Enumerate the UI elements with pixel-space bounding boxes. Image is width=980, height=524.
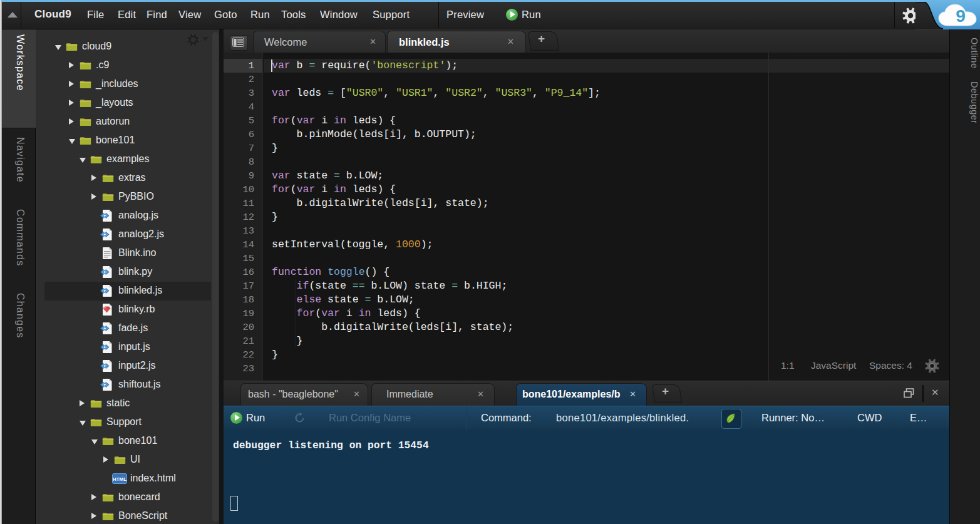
svg-text:HTML: HTML	[113, 476, 126, 482]
svg-text:9: 9	[956, 6, 966, 26]
